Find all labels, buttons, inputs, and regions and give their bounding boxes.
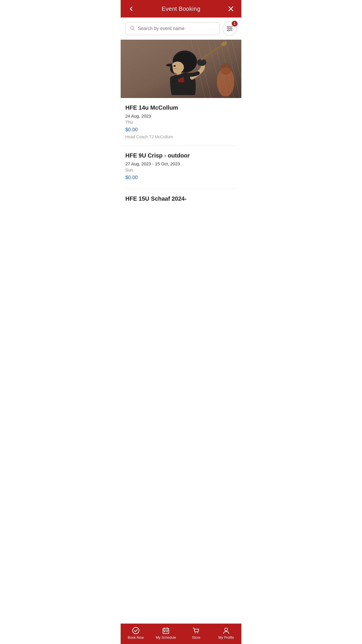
svg-point-23 (220, 63, 231, 75)
main-content: 1 (121, 18, 241, 234)
event-day: Sun (125, 167, 237, 172)
svg-point-5 (230, 28, 232, 29)
close-button[interactable] (226, 4, 236, 13)
search-input[interactable] (138, 26, 215, 31)
hero-image (121, 40, 241, 98)
event-price: $0.00 (125, 175, 237, 181)
event-item[interactable]: HFE 9U Crisp - outdoor 27 Aug, 2023 - 15… (125, 146, 237, 189)
search-icon (130, 25, 135, 32)
event-day: Thu (125, 120, 237, 125)
event-item[interactable]: HFE 14u McCollum 24 Aug, 2023 Thu $0.00 … (125, 98, 237, 146)
search-input-wrapper[interactable] (125, 22, 220, 35)
event-price: $0.00 (125, 127, 237, 133)
event-date: 27 Aug, 2023 - 15 Oct, 2023 (125, 161, 237, 166)
page-title: Event Booking (162, 6, 201, 12)
svg-point-6 (228, 30, 229, 31)
event-list: HFE 14u McCollum 24 Aug, 2023 Thu $0.00 … (121, 98, 241, 211)
event-date: 24 Aug, 2023 (125, 113, 237, 118)
event-name: HFE 14u McCollum (125, 104, 237, 111)
svg-point-18 (173, 65, 176, 67)
back-button[interactable] (126, 4, 136, 13)
event-name: HFE 15U Schaaf 2024- (125, 195, 237, 202)
filter-button[interactable]: 1 (223, 22, 237, 36)
event-name: HFE 9U Crisp - outdoor (125, 152, 237, 159)
event-coach: Head Coach TJ McCollum (125, 134, 237, 139)
header: Event Booking (121, 0, 241, 18)
filter-badge: 1 (232, 21, 238, 27)
search-area: 1 (121, 18, 241, 40)
event-item[interactable]: HFE 15U Schaaf 2024- (125, 189, 237, 211)
svg-point-4 (228, 26, 229, 28)
